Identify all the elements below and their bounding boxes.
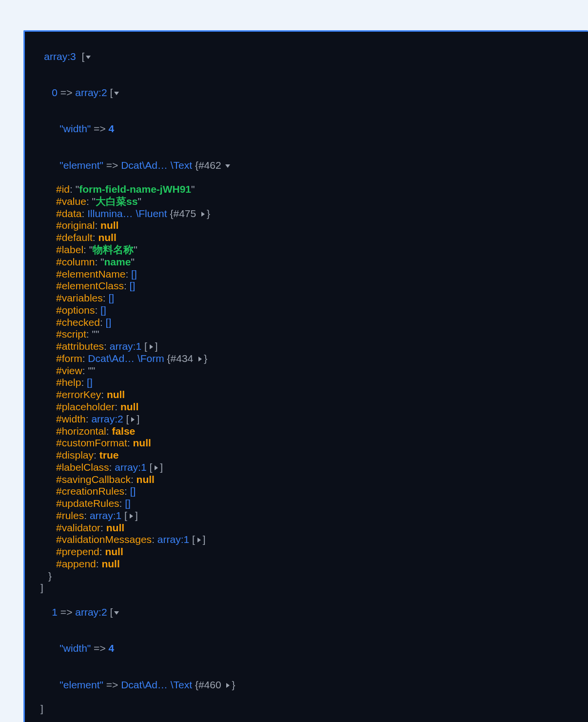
- prop-label: #label: "物料名称": [33, 244, 588, 256]
- root-type: array:3: [44, 51, 76, 62]
- prop-append: #append: null: [33, 558, 588, 570]
- prop-custom-format: #customFormat: null: [33, 437, 588, 449]
- prop-options: #options: []: [33, 304, 588, 317]
- prop-validator: #validator: null: [33, 522, 588, 534]
- caret-down-icon[interactable]: [224, 162, 232, 170]
- prop-default: #default: null: [33, 232, 588, 244]
- prop-variables: #variables: []: [33, 292, 588, 304]
- caret-down-icon[interactable]: [113, 89, 120, 97]
- prop-error-key: #errorKey: null: [33, 389, 588, 401]
- prop-saving-callback: #savingCallback: null: [33, 474, 588, 486]
- caret-right-icon[interactable]: [127, 512, 135, 520]
- dump-item-0-element[interactable]: "element" => Dcat\Ad… \Text {#462: [33, 147, 588, 183]
- caret-right-icon[interactable]: [152, 464, 160, 472]
- dump-item-1-element[interactable]: "element" => Dcat\Ad… \Text {#460 }: [33, 667, 588, 703]
- dump-item-1[interactable]: 1 => array:2 [: [33, 594, 588, 630]
- caret-right-icon[interactable]: [224, 682, 232, 689]
- prop-view: #view: "": [33, 365, 588, 377]
- prop-original: #original: null: [33, 220, 588, 232]
- prop-prepend: #prepend: null: [33, 546, 588, 558]
- item0-close: ]: [33, 582, 588, 594]
- prop-horizontal: #horizontal: false: [33, 425, 588, 438]
- prop-help: #help: []: [33, 377, 588, 389]
- caret-down-icon[interactable]: [113, 609, 120, 617]
- caret-right-icon[interactable]: [195, 536, 203, 544]
- caret-right-icon[interactable]: [196, 355, 204, 363]
- prop-rules[interactable]: #rules: array:1 []: [33, 510, 588, 522]
- prop-value: #value: "大白菜ss": [33, 196, 588, 208]
- prop-placeholder: #placeholder: null: [33, 401, 588, 413]
- prop-script: #script: "": [33, 328, 588, 341]
- dump-item-0-width: "width" => 4: [33, 111, 588, 147]
- prop-element-name: #elementName: []: [33, 268, 588, 281]
- caret-down-icon[interactable]: [84, 53, 92, 61]
- dump-item-0[interactable]: 0 => array:2 [: [33, 75, 588, 111]
- prop-column: #column: "name": [33, 256, 588, 268]
- prop-update-rules: #updateRules: []: [33, 498, 588, 510]
- prop-data[interactable]: #data: Illumina… \Fluent {#475 }: [33, 208, 588, 220]
- caret-right-icon[interactable]: [199, 210, 207, 218]
- debug-dump-panel: array:3 [ 0 => array:2 [ "width" => 4 "e…: [23, 30, 588, 722]
- prop-label-class[interactable]: #labelClass: array:1 []: [33, 461, 588, 474]
- prop-width2[interactable]: #width: array:2 []: [33, 413, 588, 425]
- dump-root[interactable]: array:3 [: [33, 39, 588, 75]
- prop-attributes[interactable]: #attributes: array:1 []: [33, 341, 588, 353]
- prop-display: #display: true: [33, 449, 588, 461]
- caret-right-icon[interactable]: [129, 416, 137, 423]
- element-close: }: [33, 570, 588, 582]
- dump-item-1-width: "width" => 4: [33, 631, 588, 667]
- prop-id: #id: "form-field-name-jWH91": [33, 183, 588, 196]
- caret-right-icon[interactable]: [147, 343, 155, 351]
- prop-creation-rules: #creationRules: []: [33, 485, 588, 498]
- item1-close: ]: [33, 703, 588, 715]
- prop-checked: #checked: []: [33, 317, 588, 329]
- prop-form[interactable]: #form: Dcat\Ad… \Form {#434 }: [33, 353, 588, 365]
- prop-validation-messages[interactable]: #validationMessages: array:1 []: [33, 534, 588, 546]
- prop-element-class: #elementClass: []: [33, 280, 588, 292]
- dump-item-2[interactable]: 2 => array:2 []: [33, 715, 588, 722]
